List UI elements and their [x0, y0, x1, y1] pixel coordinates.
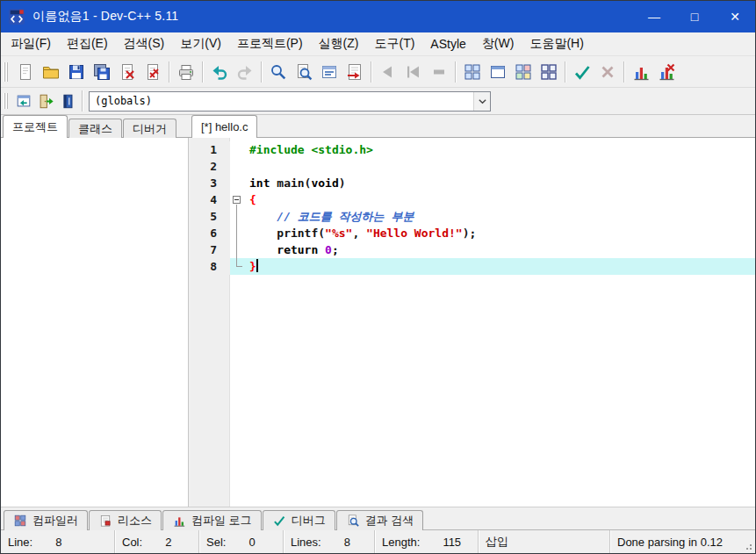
menu-item[interactable]: AStyle: [422, 32, 473, 55]
redo-button[interactable]: [232, 59, 257, 84]
tab-debug-label: 디버그: [292, 513, 326, 529]
fold-toggle-icon[interactable]: [233, 196, 241, 204]
menu-item[interactable]: 실행(Z): [311, 32, 367, 55]
code-line[interactable]: 3int main(void): [191, 175, 755, 191]
class-browser-combobox[interactable]: (globals): [89, 91, 491, 112]
print-button[interactable]: [173, 59, 198, 84]
code-line[interactable]: 8}: [191, 258, 755, 275]
project-panel[interactable]: [1, 138, 189, 507]
status-lines: Lines:8: [284, 530, 375, 553]
line-number: 1: [191, 141, 230, 158]
close-button[interactable]: ✕: [715, 1, 755, 32]
status-line: Line:8: [1, 530, 115, 553]
status-length-label: Length:: [382, 536, 420, 549]
status-col-value: 2: [165, 536, 171, 549]
code-line[interactable]: 5 // 코드를 작성하는 부분: [191, 208, 755, 225]
tab-search-results[interactable]: 결과 검색: [336, 510, 424, 530]
code-line[interactable]: 6 printf("%s", "Hello World!");: [191, 225, 755, 241]
panel-tab-2[interactable]: 클래스: [68, 119, 122, 138]
fold-margin: [230, 158, 245, 175]
profile-delete-button[interactable]: [653, 59, 679, 84]
menu-item[interactable]: 편집(E): [59, 32, 116, 55]
menu-item[interactable]: 창(W): [474, 32, 522, 55]
menu-item[interactable]: 검색(S): [116, 32, 173, 55]
editor-tab-1[interactable]: [*] hello.c: [191, 115, 257, 138]
code-segment: 0: [325, 243, 332, 256]
code-segment: ,: [352, 227, 366, 240]
panel-tab-label: 클래스: [78, 121, 112, 137]
class-browser-button[interactable]: [56, 90, 78, 112]
toolbar-separator: [565, 61, 565, 83]
save-all-button[interactable]: [89, 59, 114, 84]
debug-icon: [272, 514, 286, 528]
fold-margin: [230, 258, 245, 275]
stop-execution-button[interactable]: [426, 59, 451, 84]
status-insert-mode-label: 삽입: [486, 534, 508, 550]
close-file-button[interactable]: [114, 59, 140, 84]
code-line[interactable]: 1#include <stdio.h>: [191, 141, 755, 158]
code-segment: ;: [332, 243, 339, 256]
syntax-check-button[interactable]: [569, 59, 594, 84]
save-button[interactable]: [63, 59, 89, 84]
panel-tab-label: 디버거: [133, 121, 167, 137]
toolbar-grip[interactable]: [4, 93, 8, 109]
abort-compile-button[interactable]: [594, 59, 620, 84]
toolbar-grip[interactable]: [4, 62, 8, 82]
menu-item[interactable]: 도구(T): [366, 32, 422, 55]
code-line[interactable]: 7 return 0;: [191, 241, 755, 258]
panel-tab-3[interactable]: 디버거: [123, 119, 176, 138]
close-icon: ✕: [730, 10, 740, 24]
maximize-button[interactable]: □: [674, 1, 715, 32]
fold-line: [236, 208, 237, 225]
status-bar: Line:8Col:2Sel:0Lines:8Length:115삽입Done …: [1, 530, 755, 553]
panel-tab-1[interactable]: 프로젝트: [3, 115, 68, 138]
tab-compile-log[interactable]: 컴파일 로그: [162, 510, 262, 530]
code-text: }: [245, 258, 755, 275]
specials-buttons: [12, 90, 78, 112]
code-line[interactable]: 2: [191, 158, 755, 175]
menu-item[interactable]: 보기(V): [172, 32, 229, 55]
open-file-button[interactable]: [38, 59, 63, 84]
menu-item[interactable]: 도움말(H): [522, 32, 591, 55]
titlebar[interactable]: 이름없음1 - Dev-C++ 5.11 —□✕: [1, 1, 755, 32]
code-segment: [249, 210, 277, 223]
goto-function-icon: [37, 92, 54, 110]
code-segment: // 코드를 작성하는 부분: [277, 210, 414, 223]
code-segment: "Hello World!": [366, 227, 463, 240]
next-breakpoint-button[interactable]: [400, 59, 426, 84]
close-all-button[interactable]: [140, 59, 165, 84]
undo-button[interactable]: [206, 59, 232, 84]
goto-line-button[interactable]: [342, 59, 367, 84]
run-button[interactable]: [485, 59, 510, 84]
profile-button[interactable]: [628, 59, 653, 84]
combo-dropdown-button[interactable]: [473, 92, 490, 111]
tab-search-results-label: 결과 검색: [365, 513, 414, 529]
code-segment: #include <stdio.h>: [249, 143, 373, 156]
step-over-button[interactable]: [375, 59, 400, 84]
save-all-icon: [92, 62, 112, 82]
code-editor[interactable]: 1#include <stdio.h>23int main(void)4{5 /…: [191, 138, 755, 507]
goto-function-button[interactable]: [34, 90, 56, 112]
tab-debug[interactable]: 디버그: [263, 510, 335, 530]
toggle-explorer-button[interactable]: [12, 90, 34, 112]
resize-grip[interactable]: [750, 548, 752, 550]
run-icon: [488, 62, 508, 82]
replace-button[interactable]: [316, 59, 342, 84]
compile-button[interactable]: [459, 59, 485, 84]
find-button[interactable]: [265, 59, 291, 84]
compile-run-button[interactable]: [510, 59, 536, 84]
panel-tabs: 프로젝트클래스디버거: [1, 115, 189, 138]
code-line[interactable]: 4{: [191, 191, 755, 208]
minimize-button[interactable]: —: [634, 1, 674, 32]
rebuild-all-button[interactable]: [536, 59, 561, 84]
new-file-button[interactable]: [12, 59, 38, 84]
tab-compiler[interactable]: 컴파일러: [4, 510, 88, 530]
status-lines-value: 8: [344, 536, 350, 549]
menu-item[interactable]: 프로젝트(P): [229, 32, 311, 55]
find-in-files-button[interactable]: [291, 59, 316, 84]
menu-item[interactable]: 파일(F): [3, 32, 59, 55]
compile-icon: [463, 62, 482, 82]
find-icon: [269, 62, 288, 82]
menu-bar: 파일(F)편집(E)검색(S)보기(V)프로젝트(P)실행(Z)도구(T)ASt…: [1, 32, 755, 56]
tab-resources[interactable]: 리소스: [89, 510, 162, 530]
